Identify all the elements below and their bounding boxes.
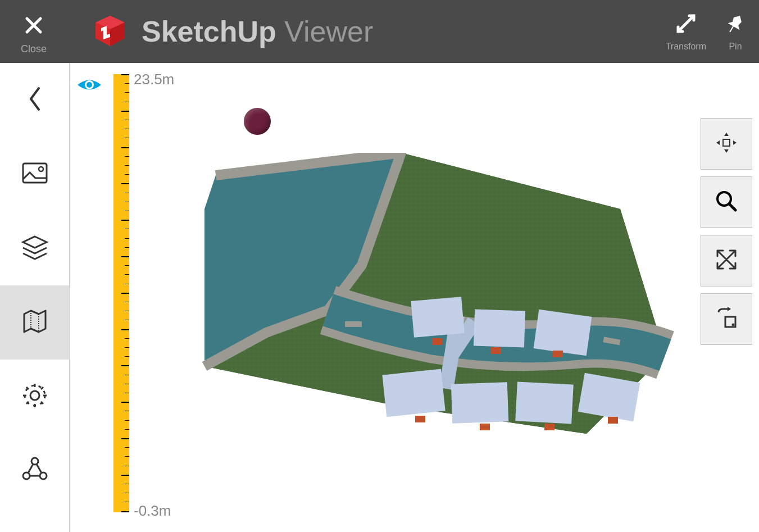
svg-point-7 [23, 472, 30, 479]
layers-icon [20, 232, 50, 265]
svg-rect-20 [382, 369, 445, 417]
ruler-tick [121, 220, 129, 221]
ruler-tick [125, 165, 129, 166]
image-icon [20, 158, 50, 190]
header-bar: Close SketchUp Viewer Transform [0, 0, 759, 63]
main-content: // ticks generated inline via JS below 2… [0, 63, 759, 532]
ruler-tick [125, 493, 129, 493]
ruler-tick [125, 229, 129, 229]
visibility-toggle[interactable] [76, 76, 102, 96]
pin-button[interactable]: Pin [723, 11, 748, 52]
ruler-tick [125, 393, 129, 393]
ruler-tick [125, 411, 129, 411]
ruler-tick [125, 420, 129, 421]
ruler-tick [125, 447, 129, 448]
rotate-tool-button[interactable] [701, 293, 752, 345]
svg-rect-22 [515, 381, 574, 424]
ruler-tick [125, 138, 129, 138]
app-title: SketchUp Viewer [142, 15, 373, 48]
svg-rect-27 [415, 416, 425, 422]
svg-rect-28 [480, 424, 490, 430]
ruler-tick [125, 193, 129, 193]
svg-rect-25 [491, 347, 501, 354]
svg-point-10 [87, 82, 92, 88]
ruler-tick [125, 102, 129, 102]
height-ruler[interactable]: // ticks generated inline via JS below [113, 74, 129, 512]
chevron-left-icon [26, 85, 43, 115]
svg-rect-0 [23, 163, 47, 183]
ruler-tick [125, 174, 129, 175]
svg-rect-18 [474, 309, 525, 347]
svg-point-8 [40, 472, 47, 479]
svg-rect-26 [553, 351, 563, 357]
search-icon [713, 188, 740, 217]
fit-tool-button[interactable] [701, 235, 752, 287]
map-icon [20, 306, 50, 339]
ruler-tick [121, 511, 129, 512]
zoom-tool-button[interactable] [701, 176, 752, 228]
ruler-tick [125, 338, 129, 339]
ruler-tick [121, 293, 129, 294]
sidebar-item-settings[interactable] [0, 360, 69, 434]
ruler-tick [121, 475, 129, 476]
svg-rect-30 [608, 417, 618, 424]
viewport[interactable]: // ticks generated inline via JS below 2… [70, 63, 759, 532]
ruler-tick [125, 284, 129, 284]
ruler-tick [125, 265, 129, 266]
svg-rect-17 [411, 297, 464, 338]
ruler-tick [125, 320, 129, 320]
sidebar-item-image[interactable] [0, 137, 69, 211]
share-nodes-icon [20, 454, 50, 487]
ruler-tick [125, 311, 129, 311]
ruler-tick [125, 247, 129, 248]
sidebar [0, 63, 70, 532]
ruler-tick [125, 156, 129, 157]
ruler-tick [125, 466, 129, 466]
app-title-area: SketchUp Viewer [90, 11, 373, 52]
ruler-tick [125, 83, 129, 84]
close-button[interactable]: Close [11, 14, 56, 55]
pin-icon [723, 11, 748, 38]
ruler-tick [125, 456, 129, 457]
expand-icon [713, 246, 740, 275]
sidebar-item-layers[interactable] [0, 211, 69, 285]
svg-rect-24 [432, 338, 442, 345]
header-actions: Transform Pin [666, 11, 748, 52]
ruler-tick [125, 274, 129, 275]
ruler-tick [125, 375, 129, 375]
sidebar-back-button[interactable] [0, 63, 69, 137]
ruler-tick [121, 111, 129, 112]
svg-rect-21 [451, 382, 508, 423]
move-tool-button[interactable] [701, 118, 752, 170]
ruler-tick [125, 129, 129, 129]
ruler-tick [121, 183, 129, 184]
ruler-tick [125, 356, 129, 357]
site-plan-model[interactable] [176, 153, 682, 492]
close-icon [22, 14, 45, 39]
close-label: Close [21, 43, 47, 55]
ruler-tick [125, 502, 129, 502]
position-marker[interactable] [244, 108, 271, 135]
ruler-tick [125, 302, 129, 302]
ruler-tick [125, 429, 129, 430]
svg-line-35 [729, 204, 735, 210]
ruler-tick [125, 211, 129, 211]
sidebar-item-map[interactable] [0, 285, 69, 360]
ruler-tick [125, 384, 129, 384]
transform-button[interactable]: Transform [666, 11, 706, 52]
pin-label: Pin [729, 42, 742, 52]
move-icon [713, 129, 740, 158]
sidebar-item-share[interactable] [0, 434, 69, 508]
svg-rect-19 [534, 310, 592, 356]
ruler-tick [121, 256, 129, 257]
eye-icon [76, 85, 102, 95]
svg-rect-33 [723, 139, 730, 146]
svg-point-37 [732, 324, 735, 326]
ruler-tick [125, 484, 129, 484]
transform-icon [674, 11, 698, 38]
gear-icon [20, 380, 50, 413]
svg-point-4 [30, 391, 39, 400]
transform-label: Transform [666, 42, 706, 52]
svg-rect-31 [345, 321, 362, 327]
ruler-max-label: 23.5m [134, 71, 174, 88]
